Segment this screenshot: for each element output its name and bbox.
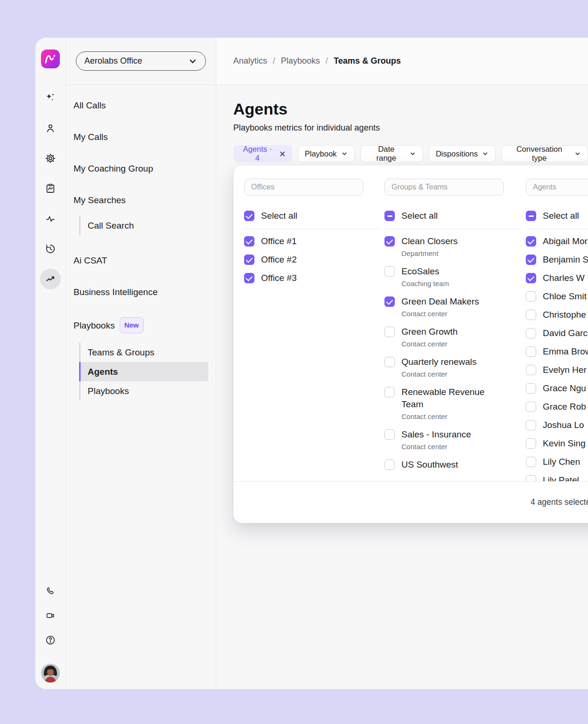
group-option[interactable]: Quarterly renewals Contact center	[384, 356, 521, 380]
select-all-checkbox[interactable]	[526, 211, 536, 221]
select-all-checkbox[interactable]	[244, 211, 254, 221]
sidebar-item-playbooks[interactable]: PlaybooksNew	[66, 317, 216, 333]
group-option[interactable]: US Southwest	[384, 459, 521, 471]
select-all-label: Select all	[401, 210, 438, 222]
filter-chip[interactable]: Conversation type	[501, 145, 588, 162]
checkbox[interactable]	[384, 429, 395, 440]
checkbox[interactable]	[526, 420, 536, 430]
checkbox[interactable]	[244, 236, 254, 247]
analytics-icon[interactable]	[40, 269, 61, 289]
agent-option[interactable]: Emma Brow	[526, 346, 588, 358]
sidebar-item-my-coaching-group[interactable]: My Coaching Group	[66, 162, 216, 175]
sidebar-item-business-intelligence[interactable]: Business Intelligence	[66, 286, 216, 298]
phone-icon[interactable]	[40, 581, 61, 601]
checkbox[interactable]	[526, 402, 536, 412]
profile-icon[interactable]	[40, 118, 61, 139]
option-label: Chloe Smit	[543, 290, 587, 303]
agents-select-all[interactable]: Select all	[526, 210, 588, 222]
group-option[interactable]: Green Growth Contact center	[384, 326, 521, 350]
agent-option[interactable]: Benjamin S	[526, 254, 588, 266]
agent-option[interactable]: Abigail Mor	[526, 235, 588, 247]
checkbox[interactable]	[526, 475, 536, 481]
breadcrumb-analytics[interactable]: Analytics	[233, 56, 267, 66]
group-option[interactable]: Clean Closers Department	[384, 235, 521, 259]
checkbox[interactable]	[384, 266, 395, 277]
option-label: Green Growth	[401, 326, 457, 338]
sidebar-item-all-calls[interactable]: All Calls	[66, 99, 216, 112]
agents-filter-chip[interactable]: Agents · 4	[233, 145, 292, 162]
user-avatar[interactable]	[41, 664, 60, 683]
workspace-selector[interactable]: Aerolabs Office	[76, 51, 206, 71]
offices-search-input[interactable]	[244, 179, 363, 196]
breadcrumb-playbooks[interactable]: Playbooks	[281, 56, 320, 66]
help-icon[interactable]	[40, 630, 61, 650]
icon-rail	[35, 38, 66, 689]
groups-teams-search-input[interactable]	[384, 179, 504, 196]
checkbox[interactable]	[526, 346, 536, 357]
page-title: Agents	[233, 99, 588, 119]
sidebar-item-agents[interactable]: Agents	[79, 362, 208, 381]
checkbox[interactable]	[244, 273, 254, 283]
sidebar-item-ai-csat[interactable]: Ai CSAT	[66, 254, 216, 267]
checkbox[interactable]	[384, 327, 395, 337]
select-all-checkbox[interactable]	[384, 211, 395, 221]
checkbox[interactable]	[384, 236, 395, 247]
filter-chip[interactable]: Date range	[360, 145, 423, 162]
group-option[interactable]: Green Deal Makers Contact center	[384, 296, 521, 320]
checkbox[interactable]	[384, 296, 395, 307]
agent-option[interactable]: Christophe	[526, 309, 588, 321]
agent-option[interactable]: Joshua Lo	[526, 419, 588, 431]
agent-option[interactable]: Chloe Smit	[526, 290, 588, 303]
history-icon[interactable]	[40, 239, 61, 259]
video-icon[interactable]	[40, 605, 61, 626]
checkbox[interactable]	[526, 457, 536, 467]
activity-icon[interactable]	[40, 208, 61, 229]
agent-option[interactable]: David Garc	[526, 327, 588, 339]
close-icon[interactable]	[279, 151, 286, 157]
checkbox[interactable]	[526, 365, 536, 375]
agent-option[interactable]: Evelyn Her	[526, 364, 588, 376]
checkbox[interactable]	[526, 328, 536, 338]
app-window: Aerolabs Office All Calls My Calls My Co…	[35, 38, 588, 689]
office-option[interactable]: Office #3	[244, 272, 381, 284]
filter-chip[interactable]: Playbook	[298, 145, 355, 162]
filter-chip[interactable]: Dispositions	[429, 145, 496, 162]
checkbox[interactable]	[384, 357, 395, 367]
sidebar-item-my-searches[interactable]: My Searches	[66, 194, 216, 206]
checkbox[interactable]	[384, 460, 395, 470]
group-option[interactable]: Renewable Revenue Team Contact center	[384, 386, 521, 422]
sidebar-item-call-search[interactable]: Call Search	[81, 216, 208, 235]
playbooks-icon[interactable]	[40, 178, 61, 199]
sidebar-item-teams-groups[interactable]: Teams & Groups	[81, 343, 208, 362]
agents-search-input[interactable]	[526, 179, 588, 196]
checkbox[interactable]	[526, 438, 536, 449]
page-content: Agents Playbooks metrics for individual …	[216, 85, 588, 689]
checkbox[interactable]	[526, 236, 536, 247]
checkbox[interactable]	[384, 387, 395, 397]
checkbox[interactable]	[526, 310, 536, 320]
option-sublabel: Contact center	[401, 441, 471, 452]
agent-option[interactable]: Kevin Sing	[526, 437, 588, 450]
playbooks-label: Playbooks	[74, 321, 115, 330]
agent-option[interactable]: Grace Rob	[526, 401, 588, 413]
offices-column: Select all Office #1	[244, 179, 381, 290]
offices-select-all[interactable]: Select all	[244, 210, 381, 222]
group-option[interactable]: EcoSales Coaching team	[384, 265, 521, 289]
checkbox[interactable]	[526, 255, 536, 265]
sidebar-item-playbooks-sub[interactable]: Playbooks	[81, 381, 208, 401]
agent-option[interactable]: Charles W	[526, 272, 588, 284]
group-option[interactable]: Sales - Insurance Contact center	[384, 428, 521, 452]
agent-option[interactable]: Lily Patel	[526, 474, 588, 481]
office-option[interactable]: Office #1	[244, 235, 381, 247]
checkbox[interactable]	[526, 291, 536, 302]
office-option[interactable]: Office #2	[244, 254, 381, 266]
groups-select-all[interactable]: Select all	[384, 210, 521, 222]
agent-option[interactable]: Grace Ngu	[526, 382, 588, 395]
agent-option[interactable]: Lily Chen	[526, 456, 588, 468]
checkbox[interactable]	[244, 255, 254, 265]
sidebar-item-my-calls[interactable]: My Calls	[66, 131, 216, 143]
settings-icon[interactable]	[40, 148, 61, 169]
ai-sparkles-icon[interactable]	[40, 88, 61, 108]
checkbox[interactable]	[526, 273, 536, 283]
checkbox[interactable]	[526, 383, 536, 394]
